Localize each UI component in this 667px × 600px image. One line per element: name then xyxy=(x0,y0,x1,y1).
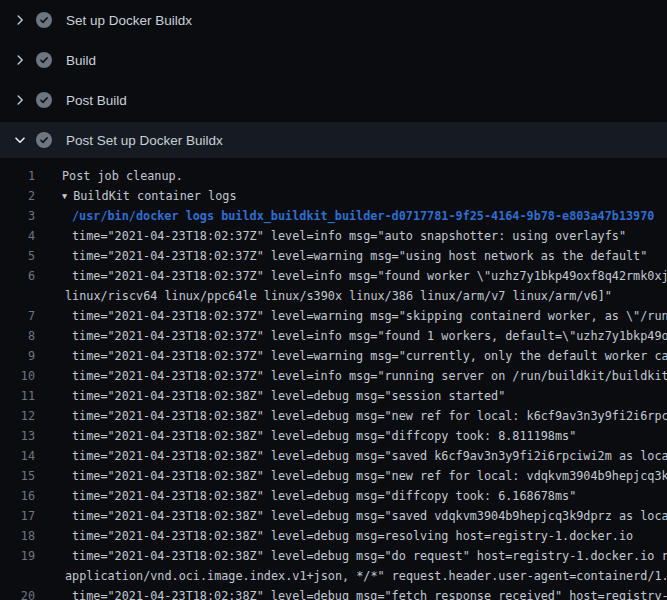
log-line: 2▼BuildKit container logs xyxy=(0,186,667,206)
chevron-down-icon xyxy=(12,132,28,148)
check-circle-icon xyxy=(36,92,52,108)
step-label: Build xyxy=(66,53,96,68)
log-line-number[interactable]: 3 xyxy=(0,206,38,226)
log-line-number[interactable]: 18 xyxy=(0,526,38,546)
log-line-number[interactable]: 20 xyxy=(0,586,38,600)
log-group-toggle[interactable]: ▼BuildKit container logs xyxy=(38,186,667,206)
log-line-number[interactable]: 6 xyxy=(0,266,38,286)
log-line-number[interactable]: 9 xyxy=(0,346,38,366)
log-line-number[interactable] xyxy=(0,286,38,306)
log-line: 5time="2021-04-23T18:02:37Z" level=warni… xyxy=(0,246,667,266)
log-line-number[interactable]: 16 xyxy=(0,486,38,506)
log-line: 8time="2021-04-23T18:02:37Z" level=info … xyxy=(0,326,667,346)
log-line: 14time="2021-04-23T18:02:38Z" level=debu… xyxy=(0,446,667,466)
step-row-post-set-up-docker-buildx[interactable]: Post Set up Docker Buildx xyxy=(0,122,667,158)
log-text: time="2021-04-23T18:02:38Z" level=debug … xyxy=(38,586,667,600)
log-line: 15time="2021-04-23T18:02:38Z" level=debu… xyxy=(0,466,667,486)
log-text: time="2021-04-23T18:02:37Z" level=info m… xyxy=(38,226,667,246)
step-label: Post Build xyxy=(66,93,127,108)
log-line: 13time="2021-04-23T18:02:38Z" level=debu… xyxy=(0,426,667,446)
log-line: 3/usr/bin/docker logs buildx_buildkit_bu… xyxy=(0,206,667,226)
step-label: Set up Docker Buildx xyxy=(66,13,192,28)
log-line: 6time="2021-04-23T18:02:37Z" level=info … xyxy=(0,266,667,286)
log-lines: 1Post job cleanup.2▼BuildKit container l… xyxy=(0,158,667,600)
log-line-number[interactable]: 10 xyxy=(0,366,38,386)
log-line: 12time="2021-04-23T18:02:38Z" level=debu… xyxy=(0,406,667,426)
log-text: time="2021-04-23T18:02:37Z" level=info m… xyxy=(38,266,667,286)
log-text: time="2021-04-23T18:02:37Z" level=warnin… xyxy=(38,246,667,266)
log-line-number[interactable]: 13 xyxy=(0,426,38,446)
log-line: 16time="2021-04-23T18:02:38Z" level=debu… xyxy=(0,486,667,506)
log-text: time="2021-04-23T18:02:38Z" level=debug … xyxy=(38,406,667,426)
log-line: application/vnd.oci.image.index.v1+json,… xyxy=(0,566,667,586)
log-line-number[interactable]: 12 xyxy=(0,406,38,426)
check-circle-icon xyxy=(36,132,52,148)
log-line-number[interactable]: 7 xyxy=(0,306,38,326)
chevron-right-icon xyxy=(12,52,28,68)
check-circle-icon xyxy=(36,12,52,28)
chevron-right-icon xyxy=(12,12,28,28)
log-line-number[interactable]: 8 xyxy=(0,326,38,346)
log-line: 19time="2021-04-23T18:02:38Z" level=debu… xyxy=(0,546,667,566)
log-line: 11time="2021-04-23T18:02:38Z" level=debu… xyxy=(0,386,667,406)
log-line-number[interactable]: 14 xyxy=(0,446,38,466)
log-text: time="2021-04-23T18:02:37Z" level=info m… xyxy=(38,326,667,346)
log-text: Post job cleanup. xyxy=(38,166,667,186)
log-text: time="2021-04-23T18:02:38Z" level=debug … xyxy=(38,426,667,446)
log-text: time="2021-04-23T18:02:38Z" level=debug … xyxy=(38,486,667,506)
log-text: time="2021-04-23T18:02:38Z" level=debug … xyxy=(38,526,667,546)
log-text: time="2021-04-23T18:02:38Z" level=debug … xyxy=(38,386,667,406)
log-line-number[interactable]: 2 xyxy=(0,186,38,206)
log-text: linux/riscv64 linux/ppc64le linux/s390x … xyxy=(38,286,667,306)
log-line: 1Post job cleanup. xyxy=(0,166,667,186)
log-group-label: BuildKit container logs xyxy=(73,189,236,203)
step-row-set-up-docker-buildx[interactable]: Set up Docker Buildx xyxy=(0,0,667,40)
step-row-build[interactable]: Build xyxy=(0,40,667,80)
log-line: 17time="2021-04-23T18:02:38Z" level=debu… xyxy=(0,506,667,526)
log-line-number[interactable]: 1 xyxy=(0,166,38,186)
log-line-number[interactable]: 11 xyxy=(0,386,38,406)
log-line: 10time="2021-04-23T18:02:37Z" level=info… xyxy=(0,366,667,386)
log-line: 9time="2021-04-23T18:02:37Z" level=warni… xyxy=(0,346,667,366)
log-line-number[interactable]: 4 xyxy=(0,226,38,246)
log-text: time="2021-04-23T18:02:38Z" level=debug … xyxy=(38,446,667,466)
log-line: linux/riscv64 linux/ppc64le linux/s390x … xyxy=(0,286,667,306)
log-line: 4time="2021-04-23T18:02:37Z" level=info … xyxy=(0,226,667,246)
log-text: time="2021-04-23T18:02:38Z" level=debug … xyxy=(38,506,667,526)
triangle-down-icon: ▼ xyxy=(62,186,67,206)
log-text: time="2021-04-23T18:02:38Z" level=debug … xyxy=(38,466,667,486)
log-text: time="2021-04-23T18:02:37Z" level=info m… xyxy=(38,366,667,386)
log-line-number[interactable]: 17 xyxy=(0,506,38,526)
log-line-number[interactable]: 19 xyxy=(0,546,38,566)
log-line: 7time="2021-04-23T18:02:37Z" level=warni… xyxy=(0,306,667,326)
chevron-right-icon xyxy=(12,92,28,108)
step-label: Post Set up Docker Buildx xyxy=(66,133,223,148)
log-line: 20time="2021-04-23T18:02:38Z" level=debu… xyxy=(0,586,667,600)
log-line-number[interactable] xyxy=(0,566,38,586)
log-text: time="2021-04-23T18:02:37Z" level=warnin… xyxy=(38,346,667,366)
log-text: time="2021-04-23T18:02:38Z" level=debug … xyxy=(38,546,667,566)
check-circle-icon xyxy=(36,52,52,68)
log-command-text: /usr/bin/docker logs buildx_buildkit_bui… xyxy=(38,206,667,226)
log-line-number[interactable]: 5 xyxy=(0,246,38,266)
log-text: time="2021-04-23T18:02:37Z" level=warnin… xyxy=(38,306,667,326)
step-row-post-build[interactable]: Post Build xyxy=(0,80,667,120)
log-line-number[interactable]: 15 xyxy=(0,466,38,486)
log-line: 18time="2021-04-23T18:02:38Z" level=debu… xyxy=(0,526,667,546)
log-text: application/vnd.oci.image.index.v1+json,… xyxy=(38,566,667,586)
